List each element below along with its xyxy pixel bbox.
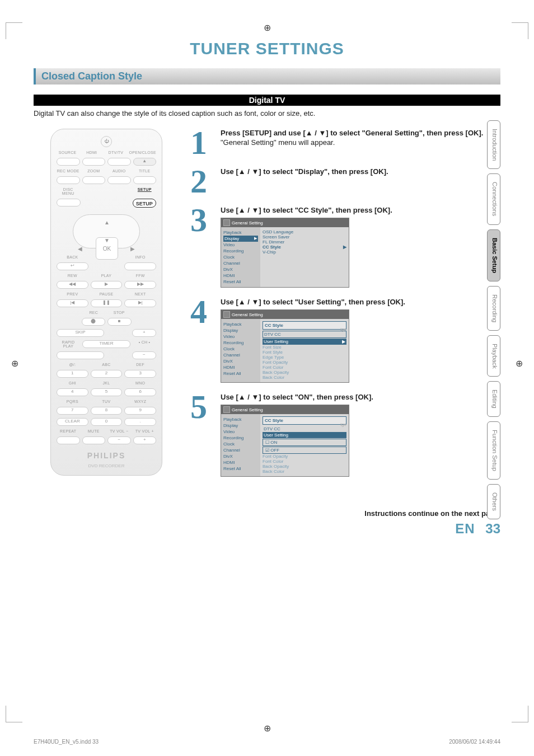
osd-submenu-title: CC Style (263, 321, 346, 330)
osd-left-item: HDMI (223, 459, 258, 466)
osd-left-item: Display (223, 422, 258, 429)
step-instruction: Use [▲ / ▼] to select "User Setting", th… (221, 298, 500, 306)
osd-left-item: Clock (223, 346, 258, 352)
osd-dim-item: Back Color (263, 469, 346, 474)
registration-mark-left: ⊕ (11, 358, 18, 369)
osd-dim-item: Font Color (263, 459, 346, 464)
keypad-key: 4 (57, 388, 88, 396)
print-footer: E7H40UD_EN_v5.indd 33 2008/06/02 14:49:4… (34, 739, 500, 745)
osd-left-item: Display (223, 327, 258, 334)
footer-file: E7H40UD_EN_v5.indd 33 (34, 739, 99, 745)
remote-label: REC (82, 311, 106, 314)
osd-screenshot: General Setting PlaybackDisplayVideoReco… (221, 218, 349, 288)
osd-dim-item: Font Opacity (263, 360, 346, 365)
step-note: "General Setting" menu will appear. (221, 138, 500, 147)
osd-right-item: FL Dimmer (263, 240, 346, 245)
remote-label: STOP (107, 311, 131, 314)
side-tab: Function Setup (487, 421, 500, 480)
step-number: 1 (190, 129, 215, 157)
osd-left-item: Playback (223, 229, 258, 236)
keypad-key: 9 (124, 407, 156, 415)
osd-submenu-item: DTV CC (263, 426, 346, 432)
dpad: OK ▲ ▼ ◀ ▶ (73, 214, 140, 248)
osd-left-item: Reset All (223, 279, 258, 285)
keypad-key: 1 (57, 370, 88, 378)
remote-label: PAUSE (91, 292, 123, 296)
intro-text: Digital TV can also change the style of … (34, 109, 500, 118)
continue-note: Instructions continue on the next page. (34, 509, 500, 518)
osd-dim-item: Back Opacity (263, 370, 346, 375)
down-arrow-icon: ▼ (104, 237, 110, 243)
subbrand-label: DVD RECORDER (57, 463, 156, 468)
setup-button-highlight: SETUP (133, 199, 157, 208)
remote-label: TV VOL + (133, 429, 157, 433)
osd-right-item: CC Style ▶ (263, 245, 346, 250)
step-3: 3 Use [▲ / ▼] to select "CC Style", then… (190, 206, 500, 288)
remote-label: SOURCE (57, 151, 78, 154)
osd-dim-item: Back Opacity (263, 464, 346, 469)
osd-left-item: Reset All (223, 466, 258, 472)
ch-minus: − (132, 351, 157, 359)
keypad-key: 7 (57, 407, 88, 415)
remote-label: AUDIO (107, 169, 131, 173)
osd-dim-item: Edge Type (263, 355, 346, 360)
remote-label: DISC MENU (57, 187, 80, 195)
osd-left-item: DivX (223, 358, 258, 364)
remote-label: • CH • (133, 340, 156, 348)
osd-submenu-item: User Setting (263, 432, 346, 438)
up-arrow-icon: ▲ (104, 219, 110, 226)
step-number: 3 (190, 206, 215, 288)
page-footer: EN 33 (34, 521, 500, 537)
page-number: 33 (485, 521, 500, 536)
remote-illustration: ⏻ SOURCE HDMI DTV/TV OPEN/CLOSE ▲ REC MO… (34, 129, 179, 487)
side-tab: Connections (487, 173, 500, 224)
remote-label: OPEN/CLOSE (129, 151, 156, 154)
side-tab: Editing (487, 381, 500, 417)
osd-left-item: Reset All (223, 370, 258, 377)
osd-left-item: Recording (223, 248, 258, 254)
remote-label: FFW (124, 274, 156, 278)
osd-left-item: HDMI (223, 273, 258, 279)
osd-left-item: Playback (223, 321, 258, 327)
osd-bg-hint: ige (340, 422, 346, 427)
osd-dim-item: Font Opacity (263, 454, 346, 459)
step-instruction: Use [▲ / ▼] to select "Display", then pr… (221, 167, 500, 176)
page-language: EN (455, 521, 475, 536)
timer-button: TIMER (82, 340, 130, 348)
osd-left-item: Video (223, 242, 258, 248)
keypad-key: 6 (124, 388, 156, 396)
keypad-key: 5 (91, 388, 123, 396)
brand-label: PHILIPS (57, 451, 156, 460)
osd-left-item: Playback (223, 416, 258, 422)
osd-left-item: DivX (223, 266, 258, 273)
remote-label: SETUP (133, 187, 157, 195)
remote-label: TITLE (133, 169, 157, 173)
remote-label: HDMI (81, 151, 102, 154)
remote-label: @/: (57, 363, 88, 367)
step-number: 4 (190, 298, 215, 383)
osd-submenu-item: DTV CC (263, 331, 346, 338)
osd-screenshot: General Setting PlaybackDisplayVideoReco… (221, 405, 349, 477)
left-arrow-icon: ◀ (78, 246, 82, 252)
osd-title: General Setting (221, 405, 349, 414)
subsection-bar: Digital TV (34, 95, 500, 106)
osd-left-item: Clock (223, 441, 258, 447)
remote-label: BACK (57, 255, 88, 259)
section-heading: Closed Caption Style (34, 68, 500, 84)
osd-left-item: Clock (223, 254, 258, 260)
osd-left-item: Video (223, 429, 258, 435)
step-1: 1 Press [SETUP] and use [▲ / ▼] to selec… (190, 129, 500, 157)
step-instruction: Use [▲ / ▼] to select "CC Style", then p… (221, 206, 500, 214)
keypad-key: 3 (124, 370, 156, 378)
keypad-key: 0 (91, 418, 123, 426)
remote-label: WXYZ (124, 400, 156, 403)
keypad-key: 2 (91, 370, 123, 378)
remote-label: PREV (57, 292, 88, 296)
step-4: 4 Use [▲ / ▼] to select "User Setting", … (190, 298, 500, 383)
step-5: 5 Use [▲ / ▼] to select "ON", then press… (190, 393, 500, 477)
remote-label: ABC (91, 363, 123, 367)
osd-left-item: DivX (223, 453, 258, 459)
osd-submenu-title: CC Style (263, 416, 346, 425)
side-tab: Others (487, 484, 500, 519)
remote-label: PLAY (91, 274, 123, 278)
